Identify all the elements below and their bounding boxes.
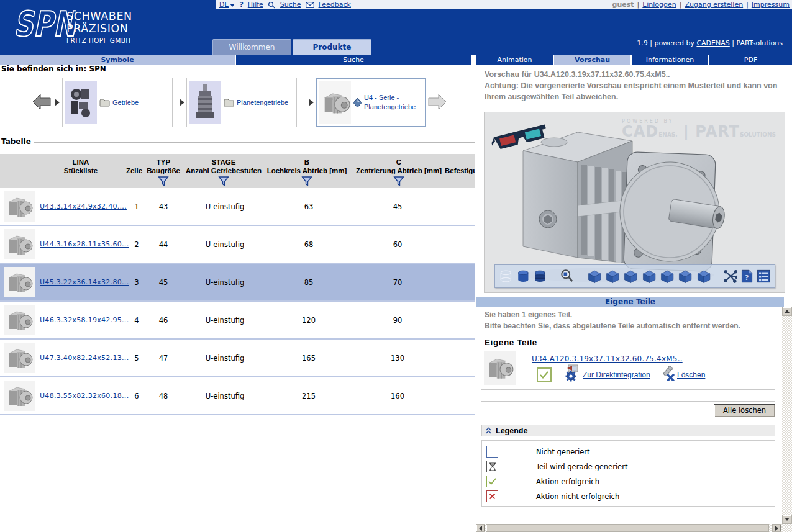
own-parts-note: Bitte beachten Sie, dass abgelaufene Tei… (485, 322, 740, 330)
cell-c: 45 (366, 188, 429, 225)
folder-icon (99, 99, 110, 107)
delete-link[interactable]: Löschen (677, 371, 705, 379)
imprint-link[interactable]: Impressum (752, 1, 790, 9)
scroll-left-button[interactable] (476, 524, 485, 532)
list-view-tool[interactable] (757, 268, 771, 285)
filter-icon[interactable] (394, 176, 404, 186)
collapse-icon[interactable] (485, 427, 492, 435)
breadcrumb-chevron-icon (180, 99, 184, 106)
part-link[interactable]: U45.3.22x36.14x32.80... (40, 278, 129, 286)
login-link[interactable]: Einloggen (642, 1, 676, 9)
table-row[interactable]: U43.3.14x24.9x32.40.... 1 43 U-einstufig… (0, 188, 475, 226)
nav-back-arrow[interactable] (32, 93, 51, 110)
view-cube-tool[interactable] (605, 268, 620, 285)
tab-informationen[interactable]: Informationen (632, 55, 708, 65)
cell-typ: 47 (148, 340, 179, 376)
cell-c: 70 (366, 264, 429, 300)
legend-item: Nicht generiert (486, 446, 498, 458)
part-link[interactable]: U46.3.32x58.19x42.95... (40, 316, 129, 324)
delete-all-button[interactable]: Alle löschen (714, 404, 775, 417)
view-cube-tool[interactable] (660, 268, 675, 285)
col-c: C (396, 158, 401, 166)
table-row[interactable]: U44.3.16x28.11x35.60... 2 44 U-einstufig… (0, 226, 475, 264)
nav-forward-arrow[interactable] (428, 93, 447, 110)
table-row-selected[interactable]: U45.3.22x36.14x32.80... 3 45 U-einstufig… (0, 264, 475, 302)
solid-cylinder-tool[interactable] (516, 268, 530, 285)
cell-b: 120 (278, 302, 340, 338)
wireframe-cylinder-tool[interactable] (499, 268, 513, 285)
search-link[interactable]: Suche (280, 1, 301, 9)
view-cube-tool[interactable] (678, 268, 693, 285)
tab-suche[interactable]: Suche (236, 55, 471, 65)
view-cube-tool[interactable] (623, 268, 638, 285)
col-typ: TYP (157, 158, 170, 166)
preview-3d-viewport[interactable]: POWERED BY CADENAS, | PARTSOLUTIONS (484, 112, 785, 293)
col-b2: Lochkreis Abtrieb [mm] (267, 167, 347, 174)
legend-label: Aktion erfolgreich (536, 477, 599, 486)
breadcrumb-item-getriebe[interactable]: Getriebe (62, 78, 173, 127)
direct-integration-link[interactable]: Zur Direktintegration (583, 371, 650, 379)
tab-produkte[interactable]: Produkte (293, 39, 371, 55)
scroll-down-button[interactable] (782, 515, 792, 524)
breadcrumb-item-u4-serie[interactable]: U4 - Serie - Planetengetriebe (316, 78, 426, 127)
own-parts-count: Sie haben 1 eigenes Teil. (485, 310, 572, 319)
breadcrumb-link-planetengetriebe[interactable]: Planetengetriebe (237, 99, 288, 106)
register-link[interactable]: Zugang erstellen (685, 1, 744, 9)
part-link[interactable]: U48.3.55x82.32x60.18... (40, 392, 129, 400)
tab-vorschau[interactable]: Vorschau (554, 55, 630, 65)
scroll-right-button[interactable] (772, 524, 781, 532)
view-cube-tool[interactable] (696, 268, 711, 285)
cell-b: 68 (278, 226, 340, 263)
horizontal-scrollbar-thumb[interactable] (486, 524, 769, 532)
filter-icon[interactable] (302, 176, 312, 186)
part-link[interactable]: U43.3.14x24.9x32.40.... (40, 202, 127, 210)
tab-symbole[interactable]: Symbole (0, 55, 235, 65)
legend-item: Aktion erfolgreich (486, 476, 498, 487)
partsolutions-label: PARTsolutions (737, 39, 783, 47)
caret-down-icon (230, 4, 235, 7)
filter-icon[interactable] (158, 176, 169, 186)
generating-icon (486, 461, 498, 472)
divider (34, 142, 475, 143)
cell-c: 90 (366, 302, 429, 338)
help-link[interactable]: Hilfe (248, 1, 263, 9)
tab-animation[interactable]: Animation (476, 55, 553, 65)
help-question-icon[interactable]: ? (239, 1, 243, 9)
vertical-scrollbar[interactable] (782, 307, 792, 524)
own-part-link[interactable]: U34.A120.3.19x37.11x32.60.75.4xM5.. (532, 354, 683, 363)
preview-texts: Vorschau für U34.A120.3.19x37.11x32.60.7… (485, 69, 789, 102)
getriebe-thumbnail (65, 81, 97, 124)
divider (481, 107, 786, 107)
breadcrumb-item-planetengetriebe[interactable]: Planetengetriebe (186, 78, 297, 127)
filter-icon[interactable] (219, 176, 229, 186)
spider-axis-tool[interactable] (724, 268, 738, 285)
delete-icon (660, 365, 676, 381)
part-link[interactable]: U44.3.16x28.11x35.60... (40, 240, 129, 248)
banded-cylinder-tool[interactable] (533, 268, 547, 285)
preview-warning: Achtung: Die vorgenerierte Vorschau ents… (485, 80, 778, 102)
col-lina: LINA (73, 158, 89, 166)
table-row[interactable]: U47.3.40x82.24x52.13... 5 47 U-einstufig… (0, 340, 475, 377)
feedback-link[interactable]: Feedback (319, 1, 351, 9)
col-stage2: Anzahl Getriebestufen (186, 167, 262, 174)
help-document-tool[interactable]: ? (740, 268, 753, 285)
cell-c: 60 (366, 226, 429, 263)
part-thumbnail (4, 267, 35, 297)
scroll-up-button[interactable] (782, 307, 792, 316)
top-menu-left: DE ? Hilfe Suche Feedback (216, 1, 351, 9)
view-cube-tool[interactable] (587, 268, 602, 285)
version-number: 1.9 (637, 39, 648, 47)
language-select[interactable]: DE (219, 1, 235, 9)
tab-pdf[interactable]: PDF (709, 55, 792, 65)
table-row[interactable]: U46.3.32x58.19x42.95... 4 46 U-einstufig… (0, 302, 475, 340)
view-cube-tool[interactable] (642, 268, 657, 285)
breadcrumb-chevron-icon (55, 99, 60, 106)
part-link[interactable]: U47.3.40x82.24x52.13... (40, 354, 129, 362)
part-status-checkbox[interactable] (537, 367, 552, 382)
success-icon (486, 476, 498, 487)
table-row[interactable]: U48.3.55x82.32x60.18... 6 48 U-einstufig… (0, 377, 475, 415)
breadcrumb-link-getriebe[interactable]: Getriebe (112, 99, 139, 106)
tab-willkommen[interactable]: Willkommen (212, 39, 291, 55)
cadenas-link[interactable]: CADENAS (696, 39, 729, 47)
zoom-tool[interactable] (560, 267, 575, 286)
